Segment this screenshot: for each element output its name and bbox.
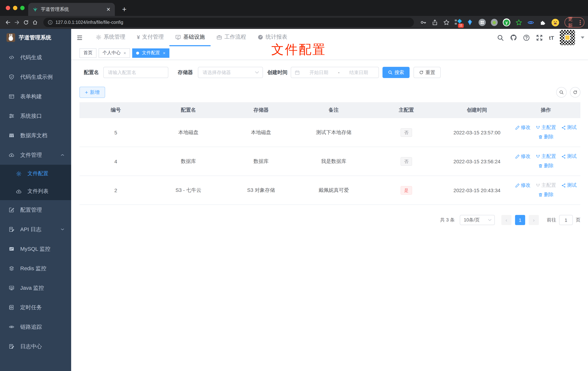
sidebar-item-label: MySQL 监控: [20, 245, 50, 252]
back-button[interactable]: [4, 18, 13, 27]
sidebar-item-code-gen[interactable]: 代码生成: [0, 48, 71, 67]
date-range-picker[interactable]: 开始日期 - 结束日期: [291, 67, 379, 78]
tab-close-icon[interactable]: ×: [124, 50, 126, 55]
avatar-caret-icon[interactable]: [581, 36, 584, 39]
window-zoom-button[interactable]: [20, 6, 25, 10]
sidebar-item-file-config[interactable]: 文件配置: [0, 165, 71, 182]
search-icon[interactable]: [497, 34, 504, 41]
sidebar-item-db-doc[interactable]: 数据库文档: [0, 126, 71, 145]
delete-link[interactable]: 删除: [538, 134, 554, 140]
nav-item-system[interactable]: 系统管理: [90, 29, 131, 46]
tab-close-icon[interactable]: ✕: [106, 7, 111, 12]
new-tab-button[interactable]: +: [122, 5, 126, 14]
extension-y-icon[interactable]: y: [503, 18, 510, 26]
browser-update-button[interactable]: 更新: [564, 17, 584, 27]
end-date-placeholder[interactable]: 结束日期: [342, 69, 375, 76]
page-size-select[interactable]: 10条/页: [460, 215, 495, 225]
page-tab-file-config[interactable]: 文件配置 ×: [132, 48, 169, 58]
search-button[interactable]: 搜索: [382, 67, 410, 78]
prev-page-button[interactable]: ‹: [501, 215, 511, 225]
extension-pinned-icon[interactable]: 11: [454, 19, 462, 26]
sidebar-collapse-button[interactable]: [71, 34, 86, 41]
window-minimize-button[interactable]: [13, 6, 17, 10]
avatar[interactable]: [560, 30, 575, 45]
extension-clover-icon[interactable]: [479, 19, 486, 26]
toggle-search-button[interactable]: [556, 87, 567, 97]
update-label: 更新: [568, 16, 577, 29]
sidebar-item-tracing[interactable]: 链路追踪: [0, 317, 71, 337]
extension-gem-icon[interactable]: [466, 19, 473, 26]
table-row: 4 数据库 数据库 我是数据库 否 2022-03-15 23:56:24 修改…: [79, 147, 580, 176]
sidebar-item-system-api[interactable]: 系统接口: [0, 106, 71, 126]
tab-favicon-icon: [32, 7, 38, 12]
page-tab-profile[interactable]: 个人中心 ×: [99, 48, 130, 58]
table-header-row: 编号 配置名 存储器 备注 主配置 创建时间 操作: [79, 102, 580, 118]
sidebar-item-java-monitor[interactable]: Java 监控: [0, 278, 71, 298]
extensions-puzzle-icon[interactable]: [539, 19, 546, 26]
edit-square-icon: [9, 207, 14, 213]
sidebar-item-cron-job[interactable]: 定时任务: [0, 298, 71, 317]
fullscreen-icon[interactable]: [536, 34, 543, 41]
sidebar-item-label: 代码生成: [20, 54, 42, 61]
reload-button[interactable]: [22, 18, 31, 27]
col-header-primary: 主配置: [370, 102, 443, 118]
sidebar-item-mysql-monitor[interactable]: MySQL 监控: [0, 239, 71, 259]
edit-link[interactable]: 修改: [515, 182, 531, 189]
nav-item-workflow[interactable]: 工作流程: [211, 29, 252, 46]
sidebar-item-label: 数据库文档: [20, 132, 47, 139]
add-button[interactable]: + 新增: [79, 87, 105, 98]
extension-badge: 11: [458, 23, 464, 28]
home-button[interactable]: [31, 18, 40, 27]
reset-button[interactable]: 重置: [414, 67, 441, 78]
sidebar-item-code-demo[interactable]: 代码生成示例: [0, 67, 71, 87]
bookmark-star-icon[interactable]: [443, 19, 450, 26]
sidebar-item-api-log[interactable]: API 日志: [0, 220, 71, 239]
edit-link[interactable]: 修改: [515, 153, 531, 160]
sidebar-item-log-center[interactable]: 日志中心: [0, 337, 71, 356]
sidebar-item-file-list[interactable]: 文件列表: [0, 182, 71, 200]
forward-button[interactable]: [13, 18, 22, 27]
edit-link[interactable]: 修改: [515, 125, 531, 131]
goto-page-input[interactable]: [559, 215, 573, 225]
page-number-1[interactable]: 1: [515, 215, 525, 225]
help-icon[interactable]: [523, 34, 530, 41]
extension-eye-icon[interactable]: [527, 19, 534, 26]
test-link[interactable]: 测试: [561, 182, 577, 189]
window-close-button[interactable]: [6, 6, 10, 10]
config-name-input[interactable]: [103, 67, 168, 78]
nav-item-infrastructure[interactable]: 基础设施: [169, 29, 211, 46]
search-icon: [388, 70, 393, 75]
nav-item-label: 基础设施: [183, 34, 205, 41]
nav-item-payment[interactable]: ¥ 支付管理: [131, 29, 169, 46]
page-tab-home[interactable]: 首页: [79, 48, 96, 58]
next-page-button[interactable]: ›: [529, 215, 539, 225]
nav-item-label: 统计报表: [266, 34, 287, 41]
primary-badge: 是: [400, 186, 412, 194]
extension-emoji-icon[interactable]: [551, 19, 559, 26]
sidebar-item-file-management[interactable]: 文件管理: [0, 145, 71, 165]
extension-grey-circle-icon[interactable]: [491, 19, 498, 26]
primary-link[interactable]: 主配置: [536, 125, 556, 131]
primary-link[interactable]: 主配置: [536, 153, 556, 160]
refresh-table-button[interactable]: [570, 87, 580, 97]
delete-link[interactable]: 删除: [538, 163, 554, 169]
sidebar-item-config-management[interactable]: 配置管理: [0, 200, 71, 220]
test-link[interactable]: 测试: [561, 125, 577, 131]
share-icon[interactable]: [431, 19, 438, 26]
start-date-placeholder[interactable]: 开始日期: [303, 69, 335, 76]
storage-select[interactable]: 请选择存储器: [198, 67, 263, 78]
sidebar-item-form-builder[interactable]: 表单构建: [0, 87, 71, 106]
extension-star-icon[interactable]: [515, 19, 522, 26]
site-info-icon[interactable]: [48, 20, 52, 25]
sidebar-item-redis-monitor[interactable]: Redis 监控: [0, 259, 71, 278]
test-link[interactable]: 测试: [561, 153, 577, 160]
tab-close-icon[interactable]: ×: [163, 50, 165, 55]
page-tab-bar: 首页 个人中心 × 文件配置 ×: [71, 46, 588, 60]
password-key-icon[interactable]: [420, 19, 426, 26]
browser-menu-icon[interactable]: [580, 20, 581, 25]
browser-tab[interactable]: 芋道管理系统 ✕: [28, 3, 115, 16]
github-icon[interactable]: [510, 34, 517, 41]
font-size-icon[interactable]: tT: [549, 34, 554, 41]
delete-link[interactable]: 删除: [538, 192, 554, 198]
address-bar[interactable]: 127.0.0.1:1024/infra/file/file-config: [43, 18, 414, 27]
